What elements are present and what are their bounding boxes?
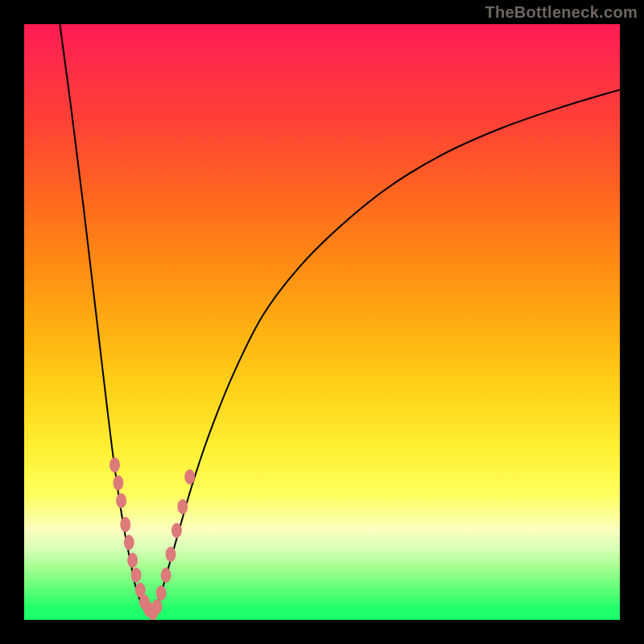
sample-marker (124, 535, 134, 550)
sample-marker (109, 458, 119, 473)
curve-layer (24, 24, 620, 620)
sample-marker (152, 600, 162, 614)
watermark-text: TheBottleneck.com (485, 3, 638, 22)
sample-marker (185, 469, 195, 484)
sample-marker (171, 523, 181, 538)
bottleneck-curve-left (60, 24, 146, 612)
sample-marker (161, 568, 171, 583)
sample-marker (121, 518, 130, 532)
sample-marker (117, 493, 126, 508)
sample-marker (166, 547, 175, 562)
plot-area (24, 24, 620, 620)
sample-marker (131, 568, 141, 583)
sample-marker (178, 499, 188, 514)
sample-marker (156, 586, 166, 601)
bottleneck-curve-right (149, 89, 620, 615)
sample-markers (109, 458, 194, 620)
sample-marker (128, 553, 138, 568)
chart-frame: TheBottleneck.com (0, 0, 644, 644)
sample-marker (114, 476, 123, 490)
